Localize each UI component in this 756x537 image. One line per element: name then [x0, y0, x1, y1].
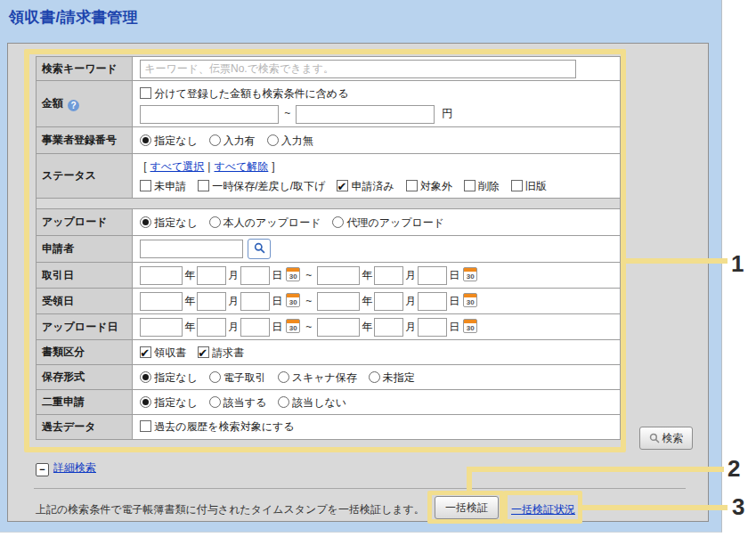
month-input[interactable]	[374, 266, 403, 285]
amount-max-input[interactable]	[296, 105, 435, 124]
radio-option[interactable]: 電子取引	[209, 371, 266, 384]
radio-control[interactable]	[278, 396, 289, 408]
radio-control[interactable]	[209, 216, 221, 228]
collapse-icon[interactable]: −	[36, 463, 49, 476]
checkbox-control[interactable]	[140, 87, 151, 99]
group-separator	[37, 199, 621, 209]
radio-control[interactable]	[369, 371, 380, 383]
calendar-icon[interactable]: 30	[463, 293, 477, 307]
year-input[interactable]	[317, 318, 360, 337]
status-deselect-all-link[interactable]: すべて解除	[214, 160, 268, 173]
checkbox-option[interactable]: 請求書	[198, 346, 244, 359]
checkbox-option[interactable]: 領収書	[140, 346, 186, 359]
date-unit-label: 年	[184, 295, 195, 307]
detail-search-link[interactable]: 詳細検索	[53, 461, 96, 474]
radio-option[interactable]: スキャナ保存	[278, 371, 357, 384]
radio-control[interactable]	[332, 216, 344, 228]
checkbox-control[interactable]	[464, 180, 476, 191]
radio-control[interactable]	[209, 396, 221, 408]
radio-option[interactable]: 該当する	[209, 396, 267, 409]
checkbox-option[interactable]: 未申請	[140, 180, 186, 192]
batch-verify-button[interactable]: 一括検証	[435, 496, 499, 519]
search-button[interactable]: 検索	[639, 427, 693, 450]
storage-format-options: 指定なし電子取引スキャナ保存未指定	[140, 371, 427, 384]
month-input[interactable]	[197, 292, 226, 311]
status-select-all-link[interactable]: すべて選択	[150, 160, 205, 173]
radio-control[interactable]	[209, 371, 221, 383]
date-unit-label: 月	[405, 269, 416, 281]
radio-option[interactable]: 本人のアップロード	[209, 216, 321, 229]
duplicate-request-options: 指定なし該当する該当しない	[140, 396, 358, 409]
checkbox-control[interactable]	[140, 346, 151, 358]
calendar-icon[interactable]: 30	[463, 319, 477, 333]
applicant-input[interactable]	[140, 240, 243, 258]
option-label: 過去の履歴を検索対象にする	[154, 420, 294, 433]
checkbox-control[interactable]	[198, 180, 209, 191]
radio-control[interactable]	[140, 134, 151, 146]
option-label: 一時保存/差戻し/取下げ	[212, 180, 325, 192]
checkbox-control[interactable]	[406, 180, 418, 191]
option-label: 領収書	[154, 346, 186, 359]
year-input[interactable]	[317, 266, 360, 285]
radio-option[interactable]: 指定なし	[140, 134, 198, 147]
help-icon[interactable]: ?	[68, 100, 79, 111]
checkbox-option[interactable]: 一時保存/差戻し/取下げ	[198, 180, 325, 192]
detail-search-toggle: −詳細検索	[36, 460, 96, 476]
option-label: 指定なし	[154, 134, 198, 147]
month-input[interactable]	[197, 318, 226, 337]
year-input[interactable]	[140, 318, 183, 337]
checkbox-control[interactable]	[198, 346, 209, 358]
day-input[interactable]	[418, 292, 447, 311]
checkbox-control[interactable]	[337, 180, 348, 191]
calendar-icon[interactable]: 30	[463, 267, 477, 281]
radio-control[interactable]	[140, 396, 151, 408]
day-input[interactable]	[240, 318, 270, 337]
year-input[interactable]	[317, 292, 360, 311]
amount-include-split-option[interactable]: 分けて登録した金額も検索条件に含める	[140, 87, 348, 100]
checkbox-control[interactable]	[511, 180, 523, 191]
upload-date-label: アップロード日	[37, 314, 133, 340]
keyword-input[interactable]	[140, 60, 576, 78]
checkbox-option[interactable]: 申請済み	[337, 180, 394, 192]
radio-control[interactable]	[140, 371, 151, 383]
checkbox-option[interactable]: 旧版	[511, 180, 547, 192]
year-input[interactable]	[140, 292, 183, 311]
past-data-option[interactable]: 過去の履歴を検索対象にする	[140, 420, 294, 433]
checkbox-option[interactable]: 削除	[464, 180, 500, 192]
date-unit-label: 日	[272, 321, 282, 333]
month-input[interactable]	[374, 318, 403, 337]
calendar-icon[interactable]: 30	[286, 293, 300, 307]
status-options: 未申請一時保存/差戻し/取下げ申請済み対象外削除旧版	[140, 176, 613, 196]
calendar-icon[interactable]: 30	[286, 319, 300, 333]
day-input[interactable]	[240, 292, 270, 311]
radio-control[interactable]	[209, 134, 221, 146]
checkbox-control[interactable]	[140, 420, 151, 432]
radio-option[interactable]: 代理のアップロード	[332, 216, 444, 229]
amount-min-input[interactable]	[140, 105, 279, 124]
month-input[interactable]	[197, 266, 226, 285]
date-unit-label: 月	[405, 295, 416, 307]
day-input[interactable]	[418, 266, 447, 285]
radio-option[interactable]: 該当しない	[278, 396, 346, 409]
day-input[interactable]	[418, 318, 447, 337]
date-unit-label: 日	[449, 321, 459, 333]
radio-option[interactable]: 指定なし	[140, 396, 198, 409]
month-input[interactable]	[374, 292, 403, 311]
checkbox-option[interactable]: 対象外	[406, 180, 452, 192]
search-icon	[254, 242, 265, 254]
radio-option[interactable]: 入力有	[209, 134, 256, 147]
radio-control[interactable]	[278, 371, 289, 383]
day-input[interactable]	[240, 266, 270, 285]
checkbox-control[interactable]	[140, 180, 151, 191]
radio-control[interactable]	[267, 134, 279, 146]
range-tilde: ~	[305, 295, 312, 307]
radio-option[interactable]: 指定なし	[140, 371, 198, 384]
calendar-icon[interactable]: 30	[286, 267, 300, 281]
batch-verify-status-link[interactable]: 一括検証状況	[511, 502, 575, 517]
radio-option[interactable]: 未指定	[369, 371, 415, 384]
radio-option[interactable]: 入力無	[267, 134, 313, 147]
year-input[interactable]	[140, 266, 183, 285]
radio-option[interactable]: 指定なし	[140, 216, 198, 229]
applicant-search-button[interactable]	[248, 239, 271, 259]
radio-control[interactable]	[140, 216, 151, 228]
